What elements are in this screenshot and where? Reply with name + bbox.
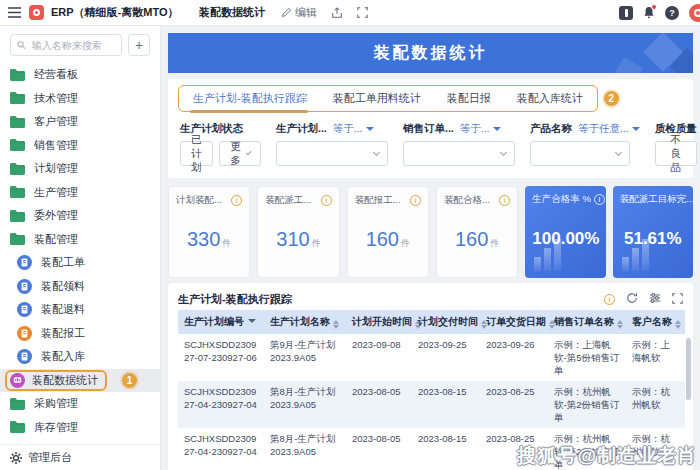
share-button[interactable] bbox=[331, 7, 343, 19]
column-settings-button[interactable] bbox=[649, 290, 661, 308]
info-icon[interactable]: i bbox=[321, 195, 332, 206]
sidebar-item-assembly-inbound[interactable]: 装配入库 bbox=[0, 345, 160, 369]
fullscreen-button[interactable] bbox=[357, 7, 368, 18]
app-panel-icon[interactable] bbox=[619, 6, 633, 20]
column-header-order-date[interactable]: 订单交货日期 bbox=[480, 310, 548, 334]
sidebar-item-folder-purchase[interactable]: 采购管理 bbox=[0, 392, 160, 416]
cell-start-date: 2023-08-05 bbox=[346, 428, 412, 470]
filter-button-more[interactable]: 更多 bbox=[219, 141, 262, 166]
stat-card-planned-assembly: 计划装配...i 330件 bbox=[168, 186, 250, 278]
sidebar-item-folder[interactable]: 委外管理 bbox=[0, 204, 160, 228]
app-title: ERP（精细版-离散MTO） bbox=[51, 5, 173, 20]
tracking-table-card: 生产计划-装配执行跟踪 i 生产计划编号 生产计划名称 计划开始时间 计划交付时… bbox=[168, 283, 693, 470]
info-icon[interactable]: i bbox=[499, 195, 510, 206]
info-icon[interactable]: i bbox=[410, 195, 421, 206]
search-icon bbox=[17, 40, 26, 50]
sidebar-item-folder[interactable]: 经营看板 bbox=[0, 63, 160, 87]
filter-button-planned[interactable]: 已计划 bbox=[180, 141, 213, 166]
filter-caret-icon bbox=[248, 319, 256, 323]
column-header-plan-name[interactable]: 生产计划名称 bbox=[264, 310, 346, 334]
sort-icon bbox=[333, 320, 339, 329]
filter-button-defective[interactable]: 不良品 bbox=[655, 141, 697, 166]
sidebar-item-folder-assembly[interactable]: 装配管理 bbox=[0, 228, 160, 252]
table-section-title: 生产计划-装配执行跟踪 bbox=[178, 292, 292, 307]
tabs-filter-panel: 生产计划-装配执行跟踪 装配工单用料统计 装配日报 装配入库统计 2 生产计划状… bbox=[168, 79, 693, 178]
stat-card-unit: 件 bbox=[401, 238, 410, 248]
sidebar-item-label: 装配数据统计 bbox=[32, 373, 98, 388]
user-avatar[interactable] bbox=[689, 4, 700, 22]
cell-plan-no: SCJHXSDD2309 27-04-230927-04 bbox=[178, 428, 264, 470]
stat-card-value: 100.00% bbox=[532, 229, 599, 249]
tab-plan-execution-tracking[interactable]: 生产计划-装配执行跟踪 bbox=[193, 91, 307, 106]
admin-backend-button[interactable]: 管理后台 bbox=[0, 444, 160, 470]
folder-icon bbox=[10, 116, 25, 128]
cell-customer: 示例：杭州帆软 bbox=[626, 381, 685, 428]
sidebar-item-folder[interactable]: 客户管理 bbox=[0, 110, 160, 134]
sidebar-menu: 经营看板 技术管理 客户管理 销售管理 计划管理 生产管理 bbox=[0, 61, 160, 439]
column-header-customer[interactable]: 客户名称 bbox=[626, 310, 685, 334]
sidebar-item-folder[interactable]: 技术管理 bbox=[0, 87, 160, 111]
erp-app-window: ERP（精细版-离散MTO） 装配数据统计 编辑 ? bbox=[0, 0, 700, 470]
stat-card-dispatch-target: 装配派工目标完...i 51.61% bbox=[613, 186, 693, 278]
info-icon[interactable]: i bbox=[604, 294, 615, 305]
notification-dot bbox=[651, 4, 657, 10]
sidebar-item-assembly-workorder[interactable]: 装配工单 bbox=[0, 251, 160, 275]
sidebar: + 经营看板 技术管理 客户管理 销售管理 计划管理 bbox=[0, 26, 161, 470]
cell-customer: 示例：上海帆软 bbox=[626, 334, 685, 381]
hamburger-menu-icon[interactable] bbox=[8, 7, 21, 18]
stat-card-title: 装配派工... bbox=[265, 194, 311, 207]
sidebar-item-label: 计划管理 bbox=[34, 161, 78, 176]
filter-operator[interactable]: 等于任意... bbox=[578, 122, 640, 136]
add-button[interactable]: + bbox=[128, 34, 150, 56]
filter-product-name: 产品名称 等于任意... bbox=[530, 122, 640, 166]
filter-quality: 质检质量 不良品 bbox=[655, 122, 697, 166]
column-header-start-date[interactable]: 计划开始时间 bbox=[346, 310, 412, 334]
filter-operator[interactable]: 等于... bbox=[460, 122, 501, 136]
filter-select-product[interactable] bbox=[530, 141, 630, 166]
sidebar-item-folder[interactable]: 销售管理 bbox=[0, 134, 160, 158]
sidebar-item-assembly-picking[interactable]: 装配领料 bbox=[0, 275, 160, 299]
tab-inbound-stats[interactable]: 装配入库统计 bbox=[517, 91, 583, 106]
caret-down-icon bbox=[632, 127, 640, 131]
folder-icon bbox=[10, 210, 25, 222]
filter-operator[interactable]: 等于... bbox=[333, 122, 374, 136]
folder-icon bbox=[10, 139, 25, 151]
cell-start-date: 2023-08-05 bbox=[346, 381, 412, 428]
sidebar-item-assembly-return[interactable]: 装配退料 bbox=[0, 298, 160, 322]
stats-circle-icon bbox=[10, 373, 25, 388]
expand-table-button[interactable] bbox=[672, 290, 683, 308]
column-header-sales-order[interactable]: 销售订单名称 bbox=[548, 310, 626, 334]
info-icon[interactable]: i bbox=[231, 195, 242, 206]
notification-bell-button[interactable] bbox=[643, 6, 655, 19]
tab-workorder-material-stats[interactable]: 装配工单用料统计 bbox=[333, 91, 421, 106]
tab-assembly-daily[interactable]: 装配日报 bbox=[447, 91, 491, 106]
sidebar-item-folder[interactable]: 生产管理 bbox=[0, 181, 160, 205]
sidebar-item-assembly-statistics[interactable]: 装配数据统计 1 bbox=[0, 369, 160, 393]
stat-card-reported: 装配报工...i 160件 bbox=[347, 186, 429, 278]
admin-label: 管理后台 bbox=[28, 450, 72, 465]
filter-label: 生产计划... bbox=[276, 122, 327, 136]
sidebar-item-label: 技术管理 bbox=[34, 91, 78, 106]
search-input[interactable] bbox=[30, 39, 115, 52]
sidebar-item-folder[interactable]: 计划管理 bbox=[0, 157, 160, 181]
help-button[interactable]: ? bbox=[665, 6, 679, 20]
info-icon[interactable]: i bbox=[594, 194, 605, 205]
column-header-delivery-date[interactable]: 计划交付时间 bbox=[412, 310, 480, 334]
topbar: ERP（精细版-离散MTO） 装配数据统计 编辑 ? bbox=[0, 0, 700, 26]
folder-icon bbox=[10, 421, 25, 433]
stat-card-pass-rate: 生产合格率 %i 100.00% bbox=[525, 186, 605, 278]
table-scrollbar[interactable] bbox=[686, 338, 691, 400]
column-header-plan-no[interactable]: 生产计划编号 bbox=[178, 310, 264, 334]
folder-icon bbox=[10, 163, 25, 175]
edit-button[interactable]: 编辑 bbox=[281, 5, 317, 20]
cell-plan-name: 第8月-生产计划 2023.9A05 bbox=[264, 381, 346, 428]
cell-start-date: 2023-09-08 bbox=[346, 334, 412, 381]
filter-select-plan[interactable] bbox=[276, 141, 388, 166]
fullscreen-icon bbox=[357, 7, 368, 18]
filter-select-order[interactable] bbox=[403, 141, 515, 166]
refresh-button[interactable] bbox=[626, 290, 638, 308]
sidebar-item-folder-inventory[interactable]: 库存管理 bbox=[0, 416, 160, 440]
share-icon bbox=[331, 7, 343, 19]
sidebar-item-assembly-report[interactable]: 装配报工 bbox=[0, 322, 160, 346]
stat-card-value: 330件 bbox=[187, 228, 231, 251]
